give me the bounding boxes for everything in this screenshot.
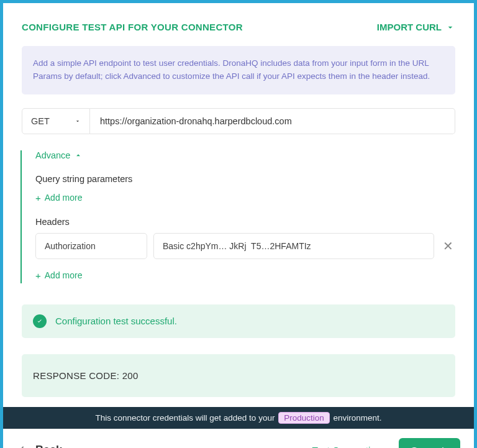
success-message: Configuration test successful.: [55, 316, 177, 326]
import-curl-button[interactable]: IMPORT CURL: [377, 22, 455, 32]
plus-icon: +: [35, 270, 41, 281]
headers-label: Headers: [35, 217, 455, 227]
info-banner: Add a simple API endpoint to test user c…: [22, 46, 455, 94]
add-header-button[interactable]: + Add more: [35, 268, 455, 283]
save-button[interactable]: Save: [399, 438, 460, 448]
http-method-select[interactable]: GET: [22, 108, 90, 134]
save-label: Save: [411, 445, 433, 448]
header-key-input[interactable]: [35, 233, 147, 259]
environment-bar: This connector credentials will get adde…: [3, 407, 474, 429]
page-title: CONFIGURE TEST API FOR YOUR CONNECTOR: [22, 22, 243, 32]
add-query-param-button[interactable]: + Add more: [35, 190, 455, 206]
arrow-right-icon: [438, 446, 448, 448]
import-curl-label: IMPORT CURL: [377, 22, 442, 32]
env-suffix: environment.: [333, 413, 381, 423]
response-code-box: RESPONSE CODE: 200: [22, 354, 455, 397]
advance-toggle[interactable]: Advance: [35, 150, 455, 160]
add-more-label: Add more: [45, 193, 83, 203]
add-more-label: Add more: [45, 270, 83, 280]
remove-header-button[interactable]: ✕: [440, 239, 455, 254]
query-params-label: Query string parameters: [35, 174, 455, 184]
test-connection-button[interactable]: Test Connection: [312, 445, 381, 448]
chevron-up-icon: [74, 151, 83, 160]
plus-icon: +: [35, 193, 41, 203]
success-banner: Configuration test successful.: [22, 304, 455, 338]
header-row: ✕: [35, 233, 455, 259]
header-value-input[interactable]: [153, 233, 434, 259]
advance-label: Advance: [35, 150, 70, 160]
back-button[interactable]: Back: [17, 444, 62, 448]
endpoint-url-input[interactable]: [90, 108, 455, 134]
chevron-down-icon: [75, 118, 81, 124]
environment-tag: Production: [278, 412, 330, 424]
http-method-value: GET: [31, 116, 50, 126]
check-circle-icon: [33, 314, 47, 328]
arrow-left-icon: [17, 444, 29, 448]
close-icon: ✕: [443, 239, 453, 253]
back-label: Back: [35, 444, 62, 448]
env-prefix: This connector credentials will get adde…: [95, 413, 275, 423]
chevron-down-icon: [445, 22, 455, 32]
